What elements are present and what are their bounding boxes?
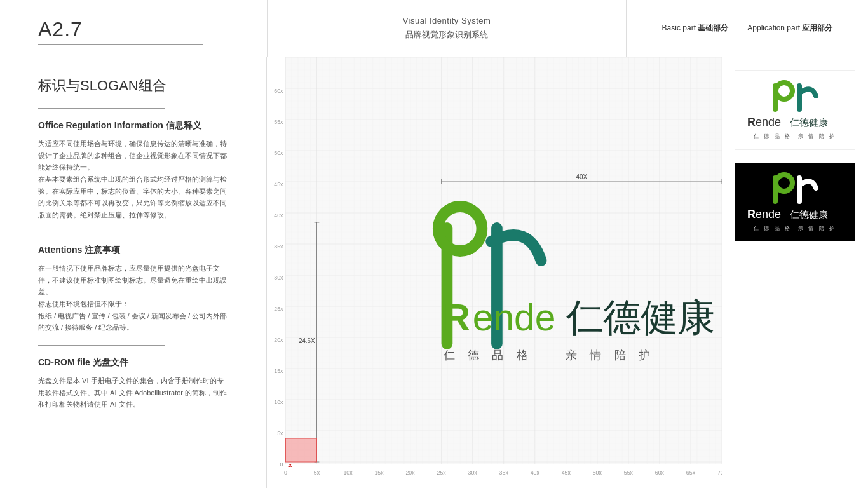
nav-application: Application part 应用部分 [747,23,832,34]
svg-text:R: R [747,116,756,128]
svg-text:45x: 45x [562,470,571,476]
grid-area: 0 5x 10x 15x 20x 25x 30x 35x 40x 45x 50x… [267,57,722,488]
svg-text:65x: 65x [686,470,696,476]
svg-text:25x: 25x [437,470,447,476]
header-center: Visual Identity System 品牌视觉形象识别系统 [267,0,627,57]
section3-heading: CD-ROM file 光盘文件 [38,357,228,369]
svg-point-185 [776,83,792,99]
svg-text:5x: 5x [314,470,320,476]
svg-text:70x: 70x [717,470,722,476]
svg-text:10x: 10x [343,470,353,476]
svg-text:60x: 60x [274,88,283,94]
svg-text:15x: 15x [374,470,384,476]
svg-text:40x: 40x [274,212,283,219]
svg-text:仁德健康: 仁德健康 [789,209,828,220]
page-number: A2.7 [38,18,267,41]
svg-text:ende: ende [473,295,556,339]
divider-2 [38,233,165,233]
svg-text:20x: 20x [405,470,415,476]
nav-basic: Basic part 基础部分 [662,23,729,34]
svg-text:0: 0 [284,470,287,476]
svg-text:20x: 20x [274,337,283,343]
main-content: 标识与SLOGAN组合 Office Regulation Informatio… [0,57,868,488]
svg-text:55x: 55x [624,470,634,476]
svg-text:30x: 30x [274,274,283,281]
svg-text:50x: 50x [593,470,602,476]
svg-text:0: 0 [280,461,283,468]
section2-body: 在一般情况下使用品牌标志，应尽量使用提供的光盘电子文件，不建议使用标准制图绘制标… [38,262,228,334]
section2-heading: Attentions 注意事项 [38,245,228,256]
header-line [38,44,203,45]
section3-body: 光盘文件是本 VI 手册电子文件的集合，内含手册制作时的专用软件格式文件。其中 … [38,375,228,410]
svg-text:15x: 15x [274,368,283,374]
svg-text:60x: 60x [655,470,665,476]
svg-text:50x: 50x [274,150,283,156]
svg-text:ende: ende [756,208,781,220]
vis-title-en: Visual Identity System [403,16,491,25]
svg-text:仁 德 品 格　　亲 情 陪 护: 仁 德 品 格 亲 情 陪 护 [443,349,655,362]
svg-rect-192 [797,175,802,204]
svg-text:25x: 25x [274,306,283,312]
svg-text:仁德健康: 仁德健康 [789,117,828,128]
svg-text:24.6X: 24.6X [299,337,315,344]
svg-text:40x: 40x [531,470,540,476]
divider-1 [38,108,165,109]
logo-black: R ende 仁德健康 仁 德 品 格 亲 情 陪 护 [735,163,855,241]
svg-text:R: R [747,208,756,220]
divider-3 [38,345,165,346]
svg-text:35x: 35x [499,470,509,476]
logo-white: R ende 仁德健康 仁 德 品 格 亲 情 陪 护 [735,70,855,150]
tagline-white-bg: 仁 德 品 格 亲 情 陪 护 [754,133,836,140]
svg-text:35x: 35x [274,243,283,250]
svg-text:5x: 5x [277,430,283,437]
tagline-black-bg: 仁 德 品 格 亲 情 陪 护 [754,225,836,232]
svg-text:40X: 40X [576,173,588,180]
sidebar: 标识与SLOGAN组合 Office Regulation Informatio… [0,57,267,488]
vis-title-cn: 品牌视觉形象识别系统 [405,29,488,41]
svg-text:ende: ende [756,116,781,128]
svg-text:仁德健康: 仁德健康 [566,295,715,339]
svg-text:R: R [444,295,470,339]
header: A2.7 Visual Identity System 品牌视觉形象识别系统 B… [0,0,868,57]
header-left: A2.7 [0,11,267,45]
svg-text:45x: 45x [274,181,283,187]
svg-text:10x: 10x [274,399,283,405]
svg-text:x: x [288,462,292,468]
logo-white-svg: R ende 仁德健康 [744,80,846,131]
header-right: Basic part 基础部分 Application part 应用部分 [627,0,868,57]
grid-svg: 0 5x 10x 15x 20x 25x 30x 35x 40x 45x 50x… [267,57,722,488]
section1-body: 为适应不同使用场合与环境，确保信息传达的清晰与准确，特设计了企业品牌的多种组合，… [38,138,228,221]
svg-point-191 [776,175,792,191]
section1-heading: Office Regulation Information 信息释义 [38,120,228,132]
logos-panel: R ende 仁德健康 仁 德 品 格 亲 情 陪 护 [722,57,868,488]
section-main-title: 标识与SLOGAN组合 [38,76,228,95]
svg-rect-186 [797,83,802,112]
logo-black-svg: R ende 仁德健康 [744,172,846,223]
svg-rect-174 [285,438,316,462]
svg-text:55x: 55x [274,119,283,125]
svg-text:30x: 30x [468,470,478,476]
